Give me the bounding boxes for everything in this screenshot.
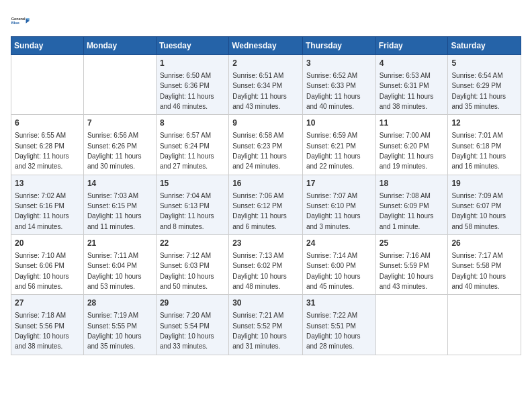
day-number: 16 (232, 178, 299, 189)
calendar-cell: 3Sunrise: 6:52 AMSunset: 6:33 PMDaylight… (302, 55, 375, 115)
day-number: 21 (87, 238, 152, 249)
daylight-text: Daylight: 11 hours and 14 minutes. (15, 212, 69, 230)
daylight-text: Daylight: 11 hours and 30 minutes. (87, 152, 142, 170)
day-number: 10 (306, 118, 372, 129)
daylight-text: Daylight: 10 hours and 31 minutes. (232, 332, 287, 350)
sunset-text: Sunset: 6:28 PM (15, 142, 64, 150)
calendar-cell: 24Sunrise: 7:14 AMSunset: 6:00 PMDayligh… (302, 235, 375, 295)
sunrise-text: Sunrise: 7:07 AM (306, 192, 357, 199)
daylight-text: Daylight: 11 hours and 46 minutes. (160, 93, 214, 110)
sunset-text: Sunset: 6:21 PM (306, 142, 356, 150)
sunset-text: Sunset: 6:20 PM (380, 142, 429, 150)
day-number: 14 (87, 178, 152, 189)
daylight-text: Daylight: 11 hours and 32 minutes. (15, 152, 69, 170)
day-number: 4 (380, 58, 445, 69)
day-number: 5 (451, 58, 517, 69)
sunset-text: Sunset: 6:13 PM (160, 202, 210, 210)
day-number: 7 (87, 118, 152, 129)
sunrise-text: Sunrise: 7:20 AM (160, 312, 211, 319)
calendar-cell: 27Sunrise: 7:18 AMSunset: 5:56 PMDayligh… (11, 295, 84, 355)
sunrise-text: Sunrise: 7:09 AM (451, 192, 502, 199)
calendar-cell: 5Sunrise: 6:54 AMSunset: 6:29 PMDaylight… (448, 55, 521, 115)
sunrise-text: Sunrise: 6:55 AM (15, 132, 66, 139)
calendar-cell: 10Sunrise: 6:59 AMSunset: 6:21 PMDayligh… (302, 115, 375, 175)
sunset-text: Sunset: 6:18 PM (451, 142, 501, 150)
calendar-cell: 8Sunrise: 6:57 AMSunset: 6:24 PMDaylight… (156, 115, 228, 175)
sunrise-text: Sunrise: 7:08 AM (380, 192, 431, 199)
daylight-text: Daylight: 11 hours and 6 minutes. (232, 212, 287, 230)
daylight-text: Daylight: 10 hours and 35 minutes. (87, 332, 142, 350)
sunset-text: Sunset: 6:04 PM (87, 262, 137, 269)
logo: GeneralBlue (11, 11, 31, 31)
sunrise-text: Sunrise: 7:18 AM (15, 312, 66, 319)
day-number: 17 (306, 178, 372, 189)
daylight-text: Daylight: 10 hours and 56 minutes. (15, 273, 69, 290)
sunset-text: Sunset: 5:56 PM (15, 322, 64, 330)
sunset-text: Sunset: 6:36 PM (160, 82, 210, 89)
daylight-text: Daylight: 10 hours and 43 minutes. (380, 273, 434, 290)
calendar-cell: 30Sunrise: 7:21 AMSunset: 5:52 PMDayligh… (229, 295, 303, 355)
calendar-cell: 29Sunrise: 7:20 AMSunset: 5:54 PMDayligh… (156, 295, 228, 355)
sunset-text: Sunset: 6:33 PM (306, 82, 356, 89)
day-number: 3 (306, 58, 372, 69)
sunset-text: Sunset: 6:29 PM (451, 82, 501, 89)
calendar-cell: 15Sunrise: 7:04 AMSunset: 6:13 PMDayligh… (156, 175, 228, 234)
sunset-text: Sunset: 6:06 PM (15, 262, 64, 269)
sunrise-text: Sunrise: 7:01 AM (451, 132, 502, 139)
sunrise-text: Sunrise: 7:16 AM (380, 252, 431, 259)
day-number: 1 (160, 58, 225, 69)
calendar-cell: 22Sunrise: 7:12 AMSunset: 6:03 PMDayligh… (156, 235, 228, 295)
day-number: 31 (306, 298, 372, 309)
sunrise-text: Sunrise: 7:06 AM (232, 192, 283, 199)
daylight-text: Daylight: 11 hours and 19 minutes. (380, 152, 434, 170)
sunset-text: Sunset: 6:02 PM (232, 262, 282, 269)
calendar-cell: 23Sunrise: 7:13 AMSunset: 6:02 PMDayligh… (229, 235, 303, 295)
calendar-cell: 16Sunrise: 7:06 AMSunset: 6:12 PMDayligh… (229, 175, 303, 234)
sunrise-text: Sunrise: 6:52 AM (306, 72, 357, 79)
sunset-text: Sunset: 6:34 PM (232, 82, 282, 89)
svg-text:General: General (11, 17, 26, 21)
sunset-text: Sunset: 5:58 PM (451, 262, 501, 269)
weekday-header-wednesday: Wednesday (229, 37, 303, 55)
day-number: 28 (87, 298, 152, 309)
sunrise-text: Sunrise: 7:21 AM (232, 312, 283, 319)
daylight-text: Daylight: 10 hours and 48 minutes. (232, 273, 287, 290)
calendar-cell: 7Sunrise: 6:56 AMSunset: 6:26 PMDaylight… (83, 115, 156, 175)
day-number: 20 (15, 238, 80, 249)
day-number: 9 (232, 118, 299, 129)
sunrise-text: Sunrise: 7:22 AM (306, 312, 357, 319)
weekday-header-thursday: Thursday (302, 37, 375, 55)
sunset-text: Sunset: 5:52 PM (232, 322, 282, 330)
sunrise-text: Sunrise: 7:03 AM (87, 192, 138, 199)
daylight-text: Daylight: 10 hours and 40 minutes. (451, 273, 506, 290)
daylight-text: Daylight: 10 hours and 33 minutes. (160, 332, 214, 350)
daylight-text: Daylight: 11 hours and 27 minutes. (160, 152, 214, 170)
sunset-text: Sunset: 5:51 PM (306, 322, 356, 330)
daylight-text: Daylight: 11 hours and 16 minutes. (451, 152, 506, 170)
header-row: SundayMondayTuesdayWednesdayThursdayFrid… (11, 37, 521, 55)
daylight-text: Daylight: 11 hours and 43 minutes. (232, 93, 287, 110)
calendar-cell: 20Sunrise: 7:10 AMSunset: 6:06 PMDayligh… (11, 235, 84, 295)
calendar-cell: 12Sunrise: 7:01 AMSunset: 6:18 PMDayligh… (448, 115, 521, 175)
daylight-text: Daylight: 10 hours and 53 minutes. (87, 273, 142, 290)
weekday-header-saturday: Saturday (448, 37, 521, 55)
weekday-header-tuesday: Tuesday (156, 37, 228, 55)
sunset-text: Sunset: 6:16 PM (15, 202, 64, 210)
weekday-header-friday: Friday (375, 37, 448, 55)
day-number: 8 (160, 118, 225, 129)
sunset-text: Sunset: 5:54 PM (160, 322, 210, 330)
sunset-text: Sunset: 5:55 PM (87, 322, 137, 330)
sunrise-text: Sunrise: 7:17 AM (451, 252, 502, 259)
daylight-text: Daylight: 10 hours and 58 minutes. (451, 212, 506, 230)
calendar-cell: 2Sunrise: 6:51 AMSunset: 6:34 PMDaylight… (229, 55, 303, 115)
sunset-text: Sunset: 6:10 PM (306, 202, 356, 210)
day-number: 15 (160, 178, 225, 189)
sunrise-text: Sunrise: 7:13 AM (232, 252, 283, 259)
calendar-week-3: 13Sunrise: 7:02 AMSunset: 6:16 PMDayligh… (11, 175, 521, 234)
day-number: 25 (380, 238, 445, 249)
calendar-cell: 9Sunrise: 6:58 AMSunset: 6:23 PMDaylight… (229, 115, 303, 175)
daylight-text: Daylight: 11 hours and 40 minutes. (306, 93, 361, 110)
sunrise-text: Sunrise: 6:54 AM (451, 72, 502, 79)
daylight-text: Daylight: 11 hours and 1 minute. (380, 212, 434, 230)
sunset-text: Sunset: 6:24 PM (160, 142, 210, 150)
